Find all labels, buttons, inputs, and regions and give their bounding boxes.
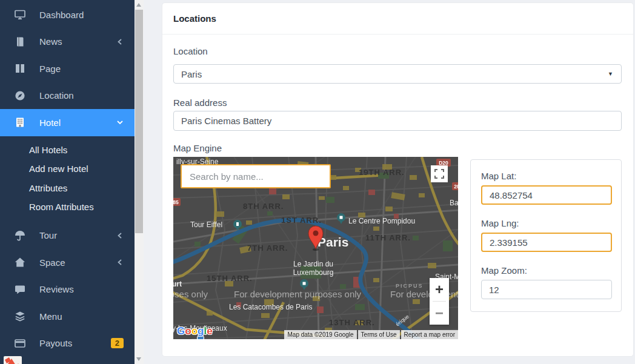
submenu-item-add-new-hotel[interactable]: Add new Hotel — [0, 159, 135, 179]
map-label-catacombes: Les Catacombes de Paris — [229, 303, 312, 311]
sidebar-item-label: Tour — [39, 230, 116, 240]
real-address-input[interactable] — [173, 111, 622, 131]
sidebar-item-payouts[interactable]: Payouts 2 — [0, 330, 135, 357]
sidebar-item-label: Hotel — [39, 117, 116, 128]
map-label-tour-eiffel: Tour Eiffel — [190, 220, 222, 229]
map-label-arr11: 11TH ARR. — [365, 233, 411, 242]
sidebar-item-label: Payouts — [39, 338, 105, 348]
map-label-arr13: 13TH ARR. — [329, 318, 375, 327]
book-icon — [14, 62, 26, 74]
chevron-left-icon — [116, 38, 124, 45]
sidebar-item-news[interactable]: News — [0, 28, 135, 56]
home-icon — [14, 256, 26, 268]
chevron-down-icon — [116, 119, 124, 126]
sidebar-item-label: News — [39, 36, 116, 47]
map-lat-input[interactable] — [481, 185, 612, 205]
map-zoom-input[interactable] — [481, 280, 612, 299]
sidebar-item-location[interactable]: Location — [0, 82, 135, 110]
scrollbar-up-arrow[interactable] — [136, 3, 141, 7]
map-label-luxembourg-1: Le Jardin du — [293, 260, 333, 268]
submenu-item-attributes[interactable]: Attributes — [0, 179, 135, 198]
map-engine-label: Map Engine — [173, 143, 222, 153]
zoom-in-button[interactable]: + — [430, 278, 449, 301]
hotel-submenu: All Hotels Add new Hotel Attributes Room… — [0, 136, 135, 222]
map-zoom-control: + − — [430, 278, 449, 325]
zoom-out-button[interactable]: − — [430, 302, 449, 325]
card-header: Locations — [162, 3, 633, 35]
sidebar-item-label: Menu — [39, 311, 124, 322]
sidebar-item-label: Dashboard — [39, 10, 124, 20]
chat-bubble-icon — [14, 283, 26, 296]
location-select-value: Paris — [181, 69, 202, 79]
map-lat-label: Map Lat: — [481, 171, 516, 181]
map-label-picpus: PICPUS — [396, 283, 424, 289]
map-label-pompidou: Le Centre Pompidou — [348, 217, 415, 225]
map-label-luxembourg-2: Luxembourg — [293, 268, 334, 277]
compass-icon — [14, 90, 26, 102]
map-zoom-label: Map Zoom: — [481, 265, 527, 276]
locations-card: Locations Location Paris ▼ Real address … — [162, 2, 634, 357]
scrollbar-thumb[interactable] — [135, 10, 143, 233]
real-address-label: Real address — [173, 98, 227, 108]
submenu-item-all-hotels[interactable]: All Hotels — [0, 141, 135, 160]
sidebar-item-page[interactable]: Page — [0, 55, 135, 82]
payouts-count-badge: 2 — [111, 338, 124, 348]
location-select[interactable]: Paris ▼ — [173, 64, 622, 84]
sidebar-item-menu[interactable]: Menu — [0, 303, 135, 330]
map-canvas[interactable]: 8TH ARR. 19TH ARR. 1ST ARR. 11TH ARR. 7T… — [173, 157, 458, 339]
map-label-arr19: 19TH ARR. — [359, 168, 405, 177]
map-lng-label: Map Lng: — [481, 218, 519, 228]
report-map-error-link[interactable]: Report a map error — [401, 330, 458, 339]
map-lng-input[interactable] — [481, 233, 612, 252]
sidebar-item-label: Location — [39, 90, 124, 101]
map-coordinates-panel: Map Lat: Map Lng: Map Zoom: — [470, 159, 622, 312]
dev-watermark: For development purposes only — [234, 289, 362, 299]
sidebar: Dashboard News Page Location — [0, 0, 135, 364]
news-icon — [14, 36, 26, 48]
google-logo[interactable]: Google — [177, 325, 213, 337]
layers-icon — [14, 310, 26, 322]
location-label: Location — [173, 46, 208, 56]
sidebar-item-label: Page — [39, 64, 124, 74]
road-badge-85: 85 — [173, 199, 179, 205]
sidebar-item-reviews[interactable]: Reviews — [0, 276, 135, 303]
map-label-arr15: 15TH ARR. — [207, 274, 253, 283]
map-label-arr7: 7TH ARR. — [247, 243, 288, 253]
sidebar-item-label: Reviews — [39, 284, 124, 294]
dev-watermark: For development purposes only — [173, 289, 208, 299]
map-label-arr8: 8TH ARR. — [243, 202, 284, 211]
sidebar-item-space[interactable]: Space — [0, 249, 135, 276]
fullscreen-icon — [434, 168, 445, 179]
sidebar-item-dashboard[interactable]: Dashboard — [0, 1, 135, 28]
map-attribution: Map data ©2019 Google Terms of Use Repor… — [283, 330, 458, 339]
sidebar-item-hotel[interactable]: Hotel — [0, 109, 135, 136]
credit-card-icon — [14, 337, 26, 349]
map-label-urt: urt — [173, 280, 182, 288]
map-label-ba: Ba — [450, 199, 458, 207]
scrollbar-down-arrow[interactable] — [136, 357, 141, 361]
monitor-icon — [14, 8, 26, 21]
map-label-arr1: 1ST ARR. — [281, 216, 322, 225]
road-badge-20: 20 — [454, 184, 458, 190]
sidebar-item-tour[interactable]: Tour — [0, 222, 135, 250]
fullscreen-button[interactable] — [431, 165, 448, 182]
red-logo-icon — [4, 356, 22, 364]
select-arrow-icon: ▼ — [608, 71, 613, 77]
page-scrollbar[interactable] — [135, 0, 144, 364]
submenu-item-room-attributes[interactable]: Room Attributes — [0, 197, 135, 217]
map-data-credit: Map data ©2019 Google — [284, 330, 356, 339]
page-title: Locations — [173, 13, 216, 24]
map-search-input[interactable] — [181, 164, 331, 188]
chevron-left-icon — [116, 259, 124, 266]
terms-of-use-link[interactable]: Terms of Use — [358, 330, 400, 339]
building-icon — [14, 116, 26, 128]
app-window: Dashboard News Page Location — [0, 0, 635, 364]
chevron-left-icon — [116, 232, 124, 239]
sidebar-item-partial[interactable] — [0, 356, 135, 364]
umbrella-icon — [14, 230, 26, 242]
sidebar-item-label: Space — [39, 257, 116, 268]
